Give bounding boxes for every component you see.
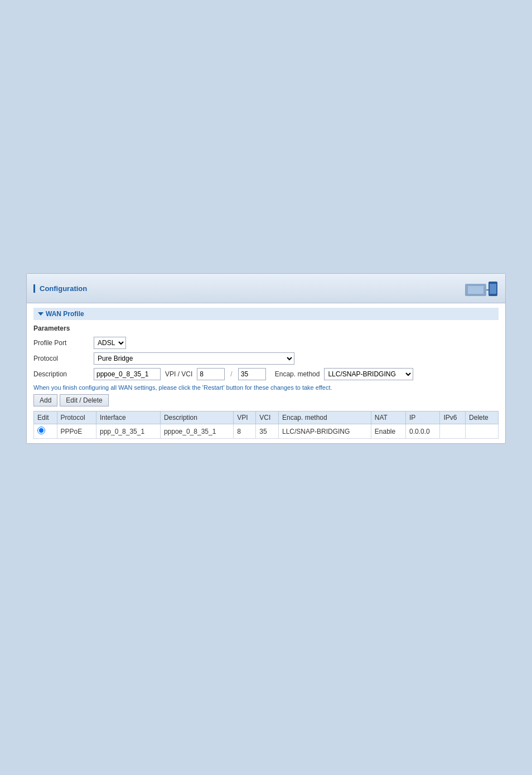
col-ip: IP bbox=[406, 411, 440, 424]
svg-rect-1 bbox=[468, 286, 483, 294]
profile-port-row: Profile Port ADSL VDSL ETH bbox=[33, 337, 499, 349]
col-vpi: VPI bbox=[234, 411, 256, 424]
edit-delete-button[interactable]: Edit / Delete bbox=[60, 394, 108, 406]
col-ipv6: IPv6 bbox=[440, 411, 466, 424]
protocol-select[interactable]: Pure Bridge PPPoE PPPoA IPoE IPoA bbox=[94, 352, 294, 365]
description-label: Description bbox=[33, 370, 89, 378]
svg-rect-3 bbox=[490, 284, 496, 294]
cell-description: pppoe_0_8_35_1 bbox=[160, 424, 233, 439]
profile-port-label: Profile Port bbox=[33, 339, 89, 347]
encap-method-label: Encap. method bbox=[275, 370, 320, 378]
protocol-row: Protocol Pure Bridge PPPoE PPPoA IPoE IP… bbox=[33, 352, 499, 365]
encap-method-select[interactable]: LLC/SNAP-BRIDGING LLC/SNAP-ROUTING VC-MU… bbox=[324, 368, 413, 380]
vci-input[interactable] bbox=[238, 368, 266, 380]
cell-vci: 35 bbox=[256, 424, 279, 439]
table-row: PPPoE ppp_0_8_35_1 pppoe_0_8_35_1 8 35 L… bbox=[34, 424, 499, 439]
cell-delete bbox=[466, 424, 499, 439]
cell-protocol: PPPoE bbox=[57, 424, 96, 439]
protocol-controls: Pure Bridge PPPoE PPPoA IPoE IPoA bbox=[94, 352, 294, 365]
wan-table: Edit Protocol Interface Description VPI … bbox=[33, 411, 499, 439]
col-protocol: Protocol bbox=[57, 411, 96, 424]
wan-profile-label: WAN Profile bbox=[46, 310, 84, 318]
cell-interface: ppp_0_8_35_1 bbox=[96, 424, 160, 439]
info-message: When you finish configuring all WAN sett… bbox=[33, 384, 499, 392]
wan-profile-section: WAN Profile Parameters Profile Port ADSL… bbox=[27, 303, 505, 443]
cell-encap-method: LLC/SNAP-BRIDGING bbox=[278, 424, 371, 439]
add-button[interactable]: Add bbox=[33, 394, 57, 406]
col-edit: Edit bbox=[34, 411, 57, 424]
cell-nat: Enable bbox=[371, 424, 405, 439]
cell-vpi: 8 bbox=[234, 424, 256, 439]
params-title: Parameters bbox=[33, 324, 499, 332]
vpi-input[interactable] bbox=[197, 368, 225, 380]
config-panel: Configuration WAN Profile Parameters bbox=[26, 273, 506, 444]
col-delete: Delete bbox=[466, 411, 499, 424]
header-icon bbox=[465, 278, 499, 298]
triangle-icon bbox=[38, 312, 43, 316]
row-radio[interactable] bbox=[37, 427, 45, 434]
protocol-label: Protocol bbox=[33, 355, 89, 362]
cell-ipv6 bbox=[440, 424, 466, 439]
col-vci: VCI bbox=[256, 411, 279, 424]
col-nat: NAT bbox=[371, 411, 405, 424]
vpi-vci-label: VPI / VCI bbox=[165, 370, 192, 378]
section-title: WAN Profile bbox=[33, 308, 499, 320]
config-header: Configuration bbox=[27, 274, 505, 303]
cell-ip: 0.0.0.0 bbox=[406, 424, 440, 439]
description-row: Description VPI / VCI / Encap. method LL… bbox=[33, 368, 499, 380]
button-row: Add Edit / Delete bbox=[33, 394, 499, 406]
profile-port-controls: ADSL VDSL ETH bbox=[94, 337, 126, 349]
separator: / bbox=[230, 370, 232, 378]
cell-edit[interactable] bbox=[34, 424, 57, 439]
col-description: Description bbox=[160, 411, 233, 424]
col-encap-method: Encap. method bbox=[278, 411, 371, 424]
profile-port-select[interactable]: ADSL VDSL ETH bbox=[94, 337, 126, 349]
description-input[interactable] bbox=[94, 368, 161, 380]
col-interface: Interface bbox=[96, 411, 160, 424]
config-title: Configuration bbox=[33, 284, 87, 293]
page-wrapper: Configuration WAN Profile Parameters bbox=[26, 273, 506, 444]
